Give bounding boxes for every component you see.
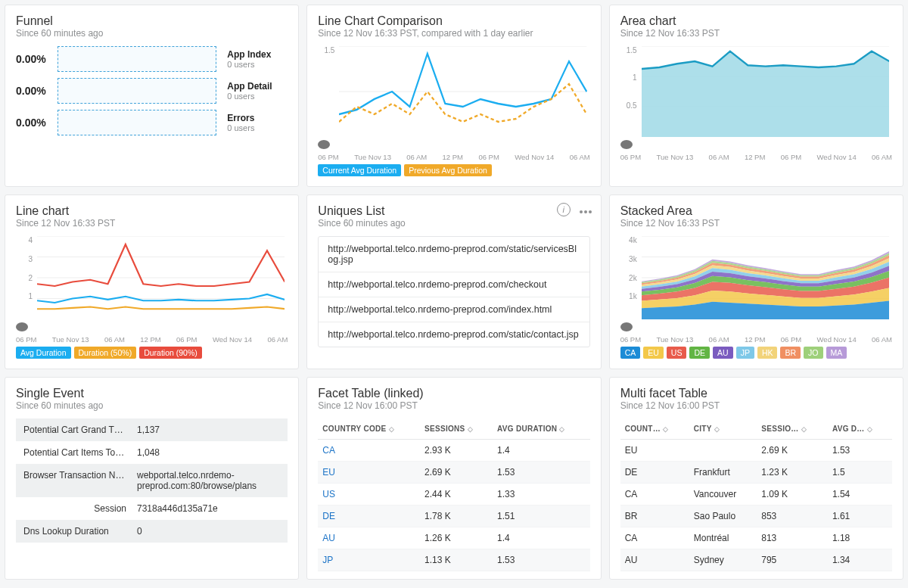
table-row[interactable]: CAMontréal8131.18 bbox=[620, 527, 892, 549]
eye-icon[interactable] bbox=[318, 140, 330, 149]
facet-table-card: Facet Table (linked) Since 12 Nov 16:00 … bbox=[306, 377, 601, 580]
table-cell: 1.5 bbox=[828, 462, 892, 484]
legend-pill[interactable]: DE bbox=[689, 347, 710, 359]
event-row: Browser Transaction N…webportal.telco.nr… bbox=[16, 464, 288, 497]
legend-pill[interactable]: US bbox=[667, 347, 687, 359]
event-value: 1,137 bbox=[137, 425, 280, 435]
area-chart[interactable]: 1.510.5 bbox=[620, 46, 892, 137]
table-row[interactable]: JP1.13 K1.53 bbox=[318, 549, 589, 571]
table-cell: 1.61 bbox=[828, 506, 892, 527]
table-cell: JP bbox=[318, 549, 420, 571]
sort-icon[interactable]: ◇ bbox=[867, 425, 872, 433]
line-chart[interactable]: 4321 bbox=[16, 236, 288, 319]
funnel-bar[interactable] bbox=[58, 78, 216, 104]
sort-icon[interactable]: ◇ bbox=[559, 425, 564, 433]
event-key: Browser Transaction N… bbox=[23, 470, 137, 491]
legend-pill[interactable]: JO bbox=[804, 347, 822, 359]
card-title: Facet Table (linked) bbox=[318, 387, 589, 400]
card-title: Uniques List bbox=[318, 204, 589, 218]
table-cell: 1.23 K bbox=[757, 462, 828, 484]
funnel-label: App Detail0 users bbox=[227, 81, 288, 101]
column-header[interactable]: COUNT…◇ bbox=[620, 418, 689, 440]
legend-pill[interactable]: JP bbox=[736, 347, 754, 359]
table-row[interactable]: CA2.93 K1.4 bbox=[318, 440, 589, 462]
legend-pill[interactable]: Previous Avg Duration bbox=[404, 164, 492, 176]
eye-icon[interactable] bbox=[620, 140, 633, 149]
table-row[interactable]: DEFrankfurt1.23 K1.5 bbox=[620, 462, 892, 484]
stacked-area-card: Stacked Area Since 12 Nov 16:33 PST 4k3k… bbox=[609, 194, 903, 369]
legend-pill[interactable]: Current Avg Duration bbox=[318, 164, 401, 176]
table-cell: 1.26 K bbox=[420, 527, 493, 549]
table-cell: 2.69 K bbox=[420, 462, 493, 484]
list-item[interactable]: http://webportal.telco.nrdemo-preprod.co… bbox=[319, 322, 589, 347]
table-cell: 1.33 bbox=[493, 484, 590, 506]
table-cell: Vancouver bbox=[689, 484, 757, 506]
multi-facet-table: COUNT…◇CITY◇SESSIO…◇AVG D…◇ EU2.69 K1.53… bbox=[620, 418, 892, 571]
stacked-area-chart[interactable]: 4k3k2k1k bbox=[620, 236, 892, 319]
single-event-card: Single Event Since 60 minutes ago Potent… bbox=[5, 377, 299, 580]
funnel-percent: 0.00% bbox=[16, 53, 58, 65]
table-row[interactable]: EU2.69 K1.53 bbox=[620, 440, 892, 462]
chart-legend: Avg DurationDuration (50%)Duration (90%) bbox=[16, 347, 288, 361]
sort-icon[interactable]: ◇ bbox=[714, 425, 720, 433]
table-cell: 1.4 bbox=[493, 527, 590, 549]
list-item[interactable]: http://webportal.telco.nrdemo-preprod.co… bbox=[319, 297, 589, 322]
list-item[interactable]: http://webportal.telco.nrdemo-preprod.co… bbox=[319, 272, 589, 297]
table-row[interactable]: EU2.69 K1.53 bbox=[318, 462, 589, 484]
card-title: Multi facet Table bbox=[620, 387, 892, 400]
funnel-label: App Index0 users bbox=[227, 49, 288, 69]
legend-pill[interactable]: Avg Duration bbox=[16, 347, 71, 359]
legend-pill[interactable]: MA bbox=[826, 347, 847, 359]
card-subtitle: Since 60 minutes ago bbox=[16, 400, 288, 411]
funnel-bar[interactable] bbox=[58, 46, 216, 72]
table-row[interactable]: DE1.78 K1.51 bbox=[318, 506, 589, 527]
eye-icon[interactable] bbox=[16, 322, 28, 331]
funnel-bar[interactable] bbox=[58, 110, 216, 135]
legend-pill[interactable]: BR bbox=[780, 347, 801, 359]
funnel-row: 0.00% App Detail0 users bbox=[16, 78, 288, 104]
table-cell: 2.93 K bbox=[420, 440, 493, 462]
info-icon[interactable]: i bbox=[557, 203, 571, 216]
table-row[interactable]: CAVancouver1.09 K1.54 bbox=[620, 484, 892, 506]
table-row[interactable]: BRSao Paulo8531.61 bbox=[620, 506, 892, 527]
list-item[interactable]: http://webportal.telco.nrdemo-preprod.co… bbox=[319, 237, 589, 272]
funnel-row: 0.00% App Index0 users bbox=[16, 46, 288, 72]
event-row: Session7318a446d135a71e bbox=[16, 497, 288, 520]
table-row[interactable]: AUSydney7951.34 bbox=[620, 549, 892, 571]
legend-pill[interactable]: CA bbox=[620, 347, 641, 359]
table-cell: BR bbox=[620, 506, 689, 527]
legend-pill[interactable]: Duration (50%) bbox=[74, 347, 137, 359]
x-axis-labels: 06 PMTue Nov 1306 AM12 PM06 PMWed Nov 14… bbox=[318, 153, 589, 161]
table-cell: Sao Paulo bbox=[689, 506, 757, 527]
sort-icon[interactable]: ◇ bbox=[801, 425, 807, 433]
legend-pill[interactable]: HK bbox=[757, 347, 778, 359]
legend-pill[interactable]: AU bbox=[713, 347, 733, 359]
eye-icon[interactable] bbox=[620, 322, 633, 331]
table-row[interactable]: AU1.26 K1.4 bbox=[318, 527, 589, 549]
table-cell: 853 bbox=[757, 506, 828, 527]
legend-pill[interactable]: EU bbox=[643, 347, 664, 359]
x-axis-labels: 06 PMTue Nov 1306 AM12 PM06 PMWed Nov 14… bbox=[16, 335, 288, 344]
card-subtitle: Since 12 Nov 16:00 PST bbox=[620, 400, 892, 411]
event-value: webportal.telco.nrdemo-preprod.com:80/br… bbox=[137, 470, 280, 491]
table-cell bbox=[689, 440, 757, 462]
legend-pill[interactable]: Duration (90%) bbox=[139, 347, 202, 359]
card-title: Line Chart Comparison bbox=[318, 14, 589, 28]
column-header[interactable]: SESSIO…◇ bbox=[757, 418, 828, 440]
sort-icon[interactable]: ◇ bbox=[389, 425, 394, 433]
column-header[interactable]: CITY◇ bbox=[689, 418, 757, 440]
column-header[interactable]: AVG D…◇ bbox=[828, 418, 892, 440]
column-header[interactable]: AVG DURATION◇ bbox=[493, 418, 590, 440]
card-title: Line chart bbox=[16, 204, 288, 218]
more-icon[interactable] bbox=[578, 204, 592, 216]
card-title: Single Event bbox=[16, 387, 288, 400]
sort-icon[interactable]: ◇ bbox=[468, 425, 473, 433]
line-compare-chart[interactable]: 1.5 bbox=[318, 46, 589, 137]
table-cell: 1.51 bbox=[493, 506, 590, 527]
funnel-percent: 0.00% bbox=[16, 117, 58, 129]
column-header[interactable]: SESSIONS◇ bbox=[420, 418, 493, 440]
table-row[interactable]: US2.44 K1.33 bbox=[318, 484, 589, 506]
event-row: Potential Cart Grand T…1,137 bbox=[16, 418, 288, 441]
sort-icon[interactable]: ◇ bbox=[663, 425, 668, 433]
column-header[interactable]: COUNTRY CODE◇ bbox=[318, 418, 420, 440]
